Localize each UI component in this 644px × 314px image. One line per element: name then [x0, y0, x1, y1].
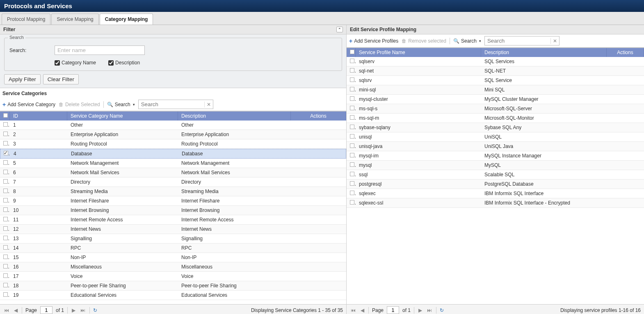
- tab-service-mapping[interactable]: Service Mapping: [51, 14, 98, 25]
- table-row[interactable]: 19Educational ServicesEducational Servic…: [0, 291, 346, 300]
- remove-selected-button[interactable]: 🗑 Remove selected: [402, 38, 446, 44]
- first-page-icon[interactable]: ⏮: [350, 307, 356, 313]
- prev-page-icon[interactable]: ◀: [360, 307, 365, 313]
- profiles-search-dropdown[interactable]: 🔍 Search ▾: [453, 38, 481, 44]
- col-name[interactable]: Service Category Name: [67, 111, 178, 121]
- table-row[interactable]: ms-sql-mMicrosoft-SQL-Monitor: [347, 114, 644, 123]
- clear-search-icon[interactable]: ✕: [204, 102, 213, 107]
- row-checkbox[interactable]: [347, 57, 356, 66]
- table-row[interactable]: 6Network Mail ServicesNetwork Mail Servi…: [0, 168, 346, 177]
- row-checkbox[interactable]: [0, 262, 10, 271]
- row-checkbox[interactable]: [347, 132, 356, 141]
- last-page-icon[interactable]: ⏭: [80, 307, 86, 313]
- row-checkbox[interactable]: [0, 130, 10, 139]
- page-input[interactable]: [40, 306, 53, 314]
- tab-category-mapping[interactable]: Category Mapping: [100, 14, 153, 25]
- row-checkbox[interactable]: [0, 206, 10, 215]
- table-row[interactable]: sql-netSQL-NET: [347, 66, 644, 76]
- row-checkbox[interactable]: [347, 114, 356, 123]
- table-row[interactable]: 7DirectoryDirectory: [0, 177, 346, 187]
- table-row[interactable]: 10Internet BrowsingInternet Browsing: [0, 206, 346, 215]
- table-row[interactable]: unisql-javaUniSQL Java: [347, 142, 644, 151]
- row-checkbox[interactable]: [0, 243, 10, 253]
- collapse-icon[interactable]: ⌃: [336, 27, 343, 32]
- col-desc[interactable]: Description: [178, 111, 291, 121]
- table-row[interactable]: sqlexecIBM Informix SQL Interface: [347, 189, 644, 198]
- table-row[interactable]: ms-sql-sMicrosoft-SQL-Server: [347, 104, 644, 114]
- table-row[interactable]: 3Routing ProtocolRouting Protocol: [0, 139, 346, 149]
- row-checkbox[interactable]: [0, 177, 10, 187]
- table-row[interactable]: mysql-imMySQL Instance Manager: [347, 151, 644, 161]
- row-checkbox[interactable]: [0, 121, 10, 130]
- row-checkbox[interactable]: [347, 104, 356, 113]
- row-checkbox[interactable]: [347, 66, 356, 75]
- row-checkbox[interactable]: [0, 168, 10, 177]
- table-row[interactable]: postgresqlPostgreSQL Database: [347, 180, 644, 189]
- select-all-checkbox[interactable]: [0, 111, 10, 121]
- table-row[interactable]: sqlsrvSQL Service: [347, 76, 644, 85]
- row-checkbox[interactable]: [0, 215, 10, 224]
- apply-filter-button[interactable]: Apply Filter: [4, 74, 41, 84]
- table-row[interactable]: 18Peer-to-peer File SharingPeer-to-peer …: [0, 281, 346, 291]
- refresh-icon[interactable]: ↻: [440, 307, 444, 313]
- row-checkbox[interactable]: [0, 253, 10, 262]
- refresh-icon[interactable]: ↻: [93, 307, 97, 313]
- table-row[interactable]: mysql-clusterMySQL Cluster Manager: [347, 95, 644, 104]
- table-row[interactable]: 2Enterprise ApplicationEnterprise Applic…: [0, 130, 346, 139]
- table-row[interactable]: 12Internet NewsInternet News: [0, 225, 346, 234]
- table-row[interactable]: sybase-sqlanySybase SQL Any: [347, 123, 644, 132]
- row-checkbox[interactable]: [347, 161, 356, 170]
- table-row[interactable]: mysqlMySQL: [347, 161, 644, 170]
- table-row[interactable]: sqlservSQL Services: [347, 57, 644, 66]
- row-checkbox[interactable]: [347, 151, 356, 160]
- add-service-category-button[interactable]: + Add Service Category: [2, 101, 55, 108]
- table-row[interactable]: 15Non-IPNon-IP: [0, 253, 346, 262]
- last-page-icon[interactable]: ⏭: [426, 307, 433, 313]
- prev-page-icon[interactable]: ◀: [13, 307, 18, 313]
- row-checkbox[interactable]: [0, 234, 10, 243]
- next-page-icon[interactable]: ▶: [418, 307, 423, 313]
- table-row[interactable]: unisqlUniSQL: [347, 132, 644, 142]
- row-checkbox[interactable]: [0, 149, 10, 158]
- col-profile-desc[interactable]: Description: [481, 48, 607, 57]
- row-checkbox[interactable]: [0, 139, 10, 148]
- table-row[interactable]: 11Internet Remote AccessInternet Remote …: [0, 215, 346, 225]
- row-checkbox[interactable]: [0, 272, 10, 281]
- row-checkbox[interactable]: [0, 159, 10, 168]
- row-checkbox[interactable]: [347, 142, 356, 151]
- row-checkbox[interactable]: [347, 180, 356, 189]
- row-checkbox[interactable]: [347, 95, 356, 104]
- table-row[interactable]: ssqlScalable SQL: [347, 170, 644, 180]
- col-id[interactable]: ID: [10, 111, 67, 121]
- col-profile-name[interactable]: Service Profile Name: [356, 48, 481, 57]
- add-service-profiles-button[interactable]: + Add Service Profiles: [349, 38, 398, 44]
- row-checkbox[interactable]: [0, 187, 10, 196]
- table-row[interactable]: 5Network ManagementNetwork Management: [0, 159, 346, 168]
- row-checkbox[interactable]: [347, 170, 356, 179]
- row-checkbox[interactable]: [0, 291, 10, 300]
- table-row[interactable]: 17VoiceVoice: [0, 272, 346, 281]
- table-row[interactable]: 14RPCRPC: [0, 243, 346, 253]
- table-row[interactable]: sqlexec-sslIBM Informix SQL Interface - …: [347, 198, 644, 208]
- categories-search-input[interactable]: [139, 100, 204, 109]
- table-row[interactable]: mini-sqlMini SQL: [347, 85, 644, 95]
- delete-selected-button[interactable]: 🗑 Delete Selected: [59, 102, 100, 107]
- clear-filter-button[interactable]: Clear Filter: [43, 74, 79, 84]
- row-checkbox[interactable]: [347, 123, 356, 132]
- table-row[interactable]: 16MiscellaneousMiscellaneous: [0, 262, 346, 272]
- row-checkbox[interactable]: [347, 76, 356, 85]
- row-checkbox[interactable]: [347, 85, 356, 94]
- first-page-icon[interactable]: ⏮: [3, 307, 10, 313]
- table-row[interactable]: 1OtherOther: [0, 121, 346, 130]
- table-row[interactable]: 8Streaming MediaStreaming Media: [0, 187, 346, 196]
- tab-protocol-mapping[interactable]: Protocol Mapping: [2, 14, 50, 25]
- select-all-profiles-checkbox[interactable]: [347, 48, 356, 57]
- search-input[interactable]: [55, 46, 145, 55]
- category-name-checkbox[interactable]: Category Name: [55, 60, 96, 66]
- row-checkbox[interactable]: [0, 281, 10, 290]
- page-input[interactable]: [387, 306, 399, 314]
- table-row[interactable]: 13SignallingSignalling: [0, 234, 346, 243]
- clear-search-icon[interactable]: ✕: [550, 38, 559, 44]
- row-checkbox[interactable]: [347, 189, 356, 198]
- search-dropdown[interactable]: 🔍 Search ▾: [107, 102, 135, 107]
